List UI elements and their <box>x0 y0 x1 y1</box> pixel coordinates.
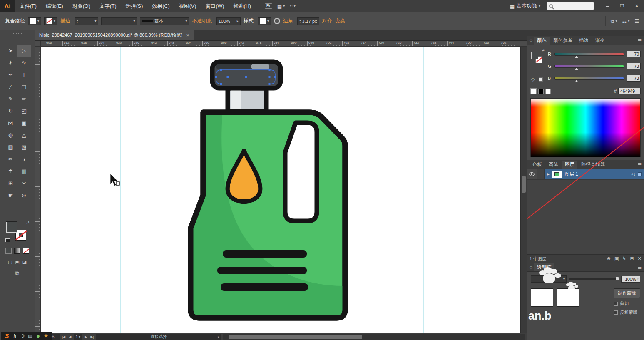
rotate-tool[interactable]: ↻ <box>4 105 17 117</box>
stroke-color-select[interactable]: ▾ <box>44 17 57 25</box>
horizontal-scrollbar-thumb[interactable] <box>229 335 362 339</box>
bridge-icon[interactable]: Br <box>265 3 272 9</box>
type-tool[interactable]: T <box>17 69 31 81</box>
label-stripe-3[interactable] <box>221 283 308 291</box>
menu-item[interactable]: 编辑(E) <box>41 0 68 12</box>
menu-item[interactable]: 文字(T) <box>95 0 121 12</box>
can-label[interactable] <box>285 123 317 221</box>
horizontal-ruler[interactable]: 6066126186246306366426486546606666726786… <box>41 41 527 47</box>
color-button[interactable] <box>5 248 12 254</box>
keyboard-icon[interactable]: ▤ <box>28 333 32 339</box>
isolate-selection-button[interactable]: ⧉ ▾ <box>611 18 617 24</box>
menu-item[interactable]: 文件(F) <box>15 0 41 12</box>
stroke-weight-stepper[interactable]: ▴▾ ▾ <box>75 17 98 25</box>
line-segment-tool[interactable]: ∕ <box>4 81 17 93</box>
scale-tool[interactable]: ◰ <box>17 105 31 117</box>
gradient-button[interactable] <box>14 248 20 254</box>
corner-link[interactable]: 边角: <box>283 17 294 25</box>
next-artboard-button[interactable]: ▶ <box>84 335 88 339</box>
panel-grip[interactable] <box>13 33 22 34</box>
person-icon[interactable]: ☻ <box>36 333 41 338</box>
paintbrush-tool[interactable]: ✎ <box>4 93 17 105</box>
pencil-tool[interactable]: ✏ <box>17 93 31 105</box>
label-stripe-1[interactable] <box>223 250 307 258</box>
fill-color-swatch[interactable] <box>6 222 17 233</box>
zoom-tool[interactable]: ⊙ <box>17 189 31 201</box>
clip-checkbox-row[interactable]: 剪切 <box>614 301 629 307</box>
canvas[interactable] <box>41 47 520 333</box>
panel-menu-icon[interactable]: ☰ <box>634 18 639 24</box>
stroke-profile-select[interactable]: ▾ <box>101 17 137 25</box>
horizontal-scrollbar[interactable] <box>223 334 525 340</box>
stroke-panel-link[interactable]: 描边: <box>60 17 72 25</box>
transform-link[interactable]: 变换 <box>335 17 345 25</box>
checkbox-icon[interactable] <box>614 302 618 306</box>
slice-tool[interactable]: ✂ <box>17 177 31 189</box>
direct-selection-tool[interactable]: ▷ <box>17 45 31 57</box>
vertical-scrollbar[interactable] <box>520 47 527 333</box>
align-link[interactable]: 对齐 <box>322 17 332 25</box>
mask-thumbnail[interactable] <box>557 288 579 307</box>
vertical-ruler[interactable] <box>35 47 41 333</box>
none-button[interactable] <box>23 248 29 254</box>
menu-item[interactable]: 对象(O) <box>68 0 95 12</box>
blend-mode-select[interactable]: ▾ <box>531 275 567 283</box>
width-tool[interactable]: ⋈ <box>4 117 17 129</box>
first-artboard-button[interactable]: |◀ <box>61 335 66 339</box>
free-transform-tool[interactable]: ▣ <box>17 117 31 129</box>
search-box[interactable] <box>547 2 594 10</box>
menu-item[interactable]: 选择(S) <box>121 0 148 12</box>
prev-artboard-button[interactable]: ◀ <box>68 335 72 339</box>
menu-item[interactable]: 效果(C) <box>147 0 174 12</box>
screen-mode-icon[interactable]: ⧉ <box>0 270 35 277</box>
pen-tool[interactable]: ✒ <box>4 69 17 81</box>
checkbox-icon[interactable] <box>614 310 618 315</box>
perspective-grid-tool[interactable]: △ <box>17 129 31 141</box>
opacity-select[interactable]: 100% ▸ <box>216 17 241 25</box>
draw-normal-icon[interactable]: ▢ <box>8 259 12 265</box>
oil-can-artwork[interactable] <box>191 62 345 318</box>
menu-item[interactable]: 视图(V) <box>174 0 201 12</box>
column-graph-tool[interactable]: ▥ <box>17 165 31 177</box>
arrange-documents-button[interactable]: ▦ ▾ <box>277 3 285 9</box>
make-mask-button[interactable]: 制作蒙版 <box>614 288 640 298</box>
close-button[interactable]: ✕ <box>629 0 644 12</box>
artboard-select[interactable]: 1 ▾ <box>74 334 82 340</box>
default-fill-stroke-icon[interactable] <box>5 238 10 242</box>
symbol-sprayer-tool[interactable]: ☂ <box>4 165 17 177</box>
gradient-tool[interactable]: ▧ <box>17 141 31 153</box>
invert-mask-checkbox-row[interactable]: 反相蒙版 <box>614 310 637 315</box>
search-input[interactable] <box>554 4 590 9</box>
opacity-link[interactable]: 不透明度: <box>192 17 213 25</box>
none-swatch[interactable] <box>530 88 537 94</box>
blend-tool[interactable]: ◑ <box>17 153 31 165</box>
ruler-origin-corner[interactable] <box>35 41 41 47</box>
hand-tool[interactable]: ☛ <box>4 189 17 201</box>
style-select[interactable]: ▾ <box>258 17 271 25</box>
menu-item[interactable]: 窗口(W) <box>201 0 229 12</box>
fill-color-select[interactable]: ▾ <box>28 17 41 25</box>
opacity-value-field[interactable]: 100% ▾ <box>621 276 640 283</box>
brush-definition-select[interactable]: 基本 ▾ <box>140 17 189 25</box>
menu-item[interactable]: 帮助(H) <box>229 0 256 12</box>
moon-icon[interactable]: ☽ <box>20 333 25 339</box>
shape-options-button[interactable]: ⚏ ▾ <box>622 18 629 24</box>
shape-builder-tool[interactable]: ◍ <box>4 129 17 141</box>
ime-logo[interactable]: S <box>5 333 9 339</box>
minimize-button[interactable]: ─ <box>600 0 615 12</box>
selection-tool[interactable]: ➤ <box>4 45 17 57</box>
artboard-tool[interactable]: ⊞ <box>4 177 17 189</box>
last-artboard-button[interactable]: ▶| <box>90 335 94 339</box>
status-tool-field[interactable]: 直接选择 ▸ <box>96 334 221 340</box>
restore-button[interactable]: ❐ <box>615 0 629 12</box>
recolor-artwork-icon[interactable] <box>274 18 280 24</box>
lasso-tool[interactable]: ∿ <box>17 57 31 69</box>
vertical-scrollbar-thumb[interactable] <box>522 176 526 193</box>
mesh-tool[interactable]: ▦ <box>4 141 17 153</box>
close-tab-icon[interactable]: × <box>186 32 189 38</box>
swap-fill-stroke-icon[interactable]: ⇄ <box>26 221 30 225</box>
draw-inside-icon[interactable]: ◪ <box>22 259 27 265</box>
rectangle-tool[interactable]: ▢ <box>17 81 31 93</box>
slider-thumb-icon[interactable] <box>616 277 619 280</box>
opacity-slider[interactable] <box>569 278 619 280</box>
